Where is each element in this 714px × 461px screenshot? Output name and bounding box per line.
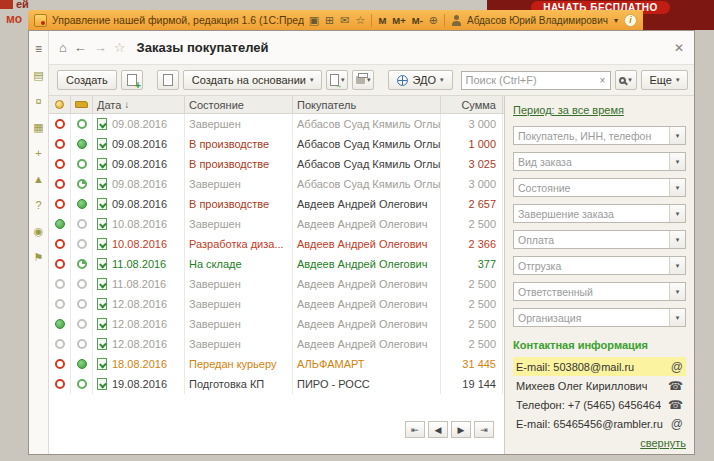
create-button[interactable]: Создать <box>57 70 117 90</box>
filter-input[interactable] <box>514 257 669 274</box>
previous-page-button[interactable]: ◀ <box>428 421 448 438</box>
order-row[interactable]: 09.08.2016 Завершен Аббасов Суад Кямиль … <box>49 174 504 194</box>
desktop-section-icon[interactable]: ▤ <box>33 70 43 81</box>
contact-row[interactable]: E-mail: 65465456@rambler.ru @ <box>513 414 686 433</box>
favorites-icon[interactable]: ☆ <box>356 15 366 26</box>
chevron-down-icon[interactable]: ▾ <box>669 283 685 300</box>
state-column-header[interactable]: Состояние <box>185 96 293 113</box>
background-text-fragment: мо <box>6 12 22 26</box>
chevron-down-icon[interactable]: ▾ <box>669 205 685 222</box>
close-icon[interactable]: ✕ <box>674 41 684 55</box>
sum-column-header[interactable]: Сумма <box>441 96 503 113</box>
chevron-down-icon[interactable]: ▾ <box>669 179 685 196</box>
filter-input[interactable] <box>514 283 669 300</box>
home-icon[interactable]: ⌂ <box>59 41 67 54</box>
order-row[interactable]: 19.08.2016 Подготовка КП ПИРО - РОСС 19 … <box>49 374 504 394</box>
order-row[interactable]: 09.08.2016 В производстве Аббасов Суад К… <box>49 134 504 154</box>
chevron-down-icon[interactable]: ▾ <box>669 231 685 248</box>
at-icon: @ <box>671 417 683 431</box>
save-icon[interactable]: ▣ <box>309 15 319 26</box>
posted-document-icon <box>97 118 107 130</box>
app-icon[interactable] <box>34 14 47 27</box>
scale-button[interactable]: M- <box>412 15 423 26</box>
phone-icon: ☎ <box>668 398 683 412</box>
money-section-icon[interactable]: ¤ <box>35 96 41 107</box>
globe-icon <box>397 75 408 86</box>
info-icon[interactable]: i <box>624 14 637 27</box>
scale-button[interactable]: M+ <box>392 15 405 26</box>
filter-field: ▾ <box>513 230 686 249</box>
filter-input[interactable] <box>514 179 669 196</box>
order-row[interactable]: 12.08.2016 Завершен Авдеев Андрей Олегов… <box>49 314 504 334</box>
help-section-icon[interactable]: ? <box>35 200 41 211</box>
shipment-status-icon <box>77 239 87 249</box>
report-button[interactable]: ▾ <box>326 70 348 90</box>
last-page-button[interactable]: ⇥ <box>474 421 494 438</box>
create-based-on-button[interactable]: Создать на основании ▾ <box>183 70 323 90</box>
clear-search-icon[interactable]: × <box>596 75 610 86</box>
service-section-icon[interactable]: + <box>35 148 41 159</box>
search-options-button[interactable]: ▾ <box>615 70 637 90</box>
sales-section-icon[interactable]: ▦ <box>33 122 43 133</box>
chevron-down-icon[interactable]: ▾ <box>669 257 685 274</box>
analytics-section-icon[interactable]: ▲ <box>33 174 44 185</box>
collapse-link[interactable]: свернуть <box>640 437 686 449</box>
mail-icon[interactable]: ✉ <box>340 15 349 26</box>
payment-column-header[interactable] <box>49 96 71 113</box>
tasks-section-icon[interactable]: ⚑ <box>34 252 44 263</box>
filter-input[interactable] <box>514 153 669 170</box>
scale-button[interactable]: M <box>378 15 386 26</box>
favorite-star-icon[interactable]: ☆ <box>114 41 126 54</box>
filter-input[interactable] <box>514 205 669 222</box>
first-page-button[interactable]: ⇤ <box>405 421 425 438</box>
copy-document-button[interactable] <box>121 70 143 90</box>
order-row[interactable]: 11.08.2016 Завершен Авдеев Андрей Олегов… <box>49 274 504 294</box>
customer-column-header[interactable]: Покупатель <box>293 96 441 113</box>
order-customer: Авдеев Андрей Олегович <box>293 274 441 294</box>
edo-button[interactable]: ЭДО ▾ <box>388 70 452 90</box>
shipment-status-icon <box>77 119 87 129</box>
open-window-icon[interactable]: ⊞ <box>325 15 334 26</box>
contact-text: Михеев Олег Кириллович <box>516 380 647 392</box>
order-sum: 3 025 <box>441 154 503 174</box>
order-row[interactable]: 10.08.2016 Разработка диза... Авдеев Анд… <box>49 234 504 254</box>
period-link[interactable]: Период: за все время <box>513 104 624 116</box>
shipment-status-icon <box>77 219 87 229</box>
filter-field: ▾ <box>513 256 686 275</box>
contact-row[interactable]: Михеев Олег Кириллович ☎ <box>513 376 686 395</box>
order-row[interactable]: 09.08.2016 В производстве Авдеев Андрей … <box>49 194 504 214</box>
chevron-down-icon[interactable]: ▾ <box>669 127 685 144</box>
toolbar: Создать Создать на основании ▾ ▾ ▾ <box>49 65 694 96</box>
current-user[interactable]: Абдасов Юрий Владимирович <box>467 15 608 26</box>
order-row[interactable]: 09.08.2016 В производстве Аббасов Суад К… <box>49 154 504 174</box>
order-row[interactable]: 11.08.2016 На складе Авдеев Андрей Олего… <box>49 254 504 274</box>
contact-row[interactable]: Телефон: +7 (5465) 6456464 ☎ <box>513 395 686 414</box>
date-column-header[interactable]: Дата ↓ <box>93 96 185 113</box>
back-icon[interactable]: ← <box>74 41 87 54</box>
filter-input[interactable] <box>514 231 669 248</box>
list-settings-button[interactable] <box>157 70 179 90</box>
print-button[interactable]: ▾ <box>352 70 374 90</box>
filter-input[interactable] <box>514 309 669 326</box>
page-title: Заказы покупателей <box>137 40 269 55</box>
chevron-down-icon[interactable]: ▾ <box>614 16 618 25</box>
order-date: 10.08.2016 <box>93 214 185 234</box>
order-row[interactable]: 12.08.2016 Завершен Авдеев Андрей Олегов… <box>49 334 504 354</box>
shipment-column-header[interactable] <box>71 96 93 113</box>
chevron-down-icon[interactable]: ▾ <box>669 153 685 170</box>
order-row[interactable]: 09.08.2016 Завершен Аббасов Суад Кямиль … <box>49 114 504 134</box>
next-page-button[interactable]: ▶ <box>451 421 471 438</box>
order-row[interactable]: 18.08.2016 Передан курьеру АЛЬФАМАРТ 31 … <box>49 354 504 374</box>
order-row[interactable]: 10.08.2016 Завершен Авдеев Андрей Олегов… <box>49 214 504 234</box>
contact-row[interactable]: E-mail: 503808@mail.ru @ <box>513 357 686 376</box>
zoom-icon[interactable]: ⊕ <box>429 15 438 26</box>
main-menu-icon[interactable]: ≡ <box>35 43 42 55</box>
more-button[interactable]: Еще ▾ <box>641 70 689 90</box>
chevron-down-icon[interactable]: ▾ <box>669 309 685 326</box>
forward-icon[interactable]: → <box>94 41 107 54</box>
search-input[interactable] <box>462 74 596 86</box>
order-customer: Аббасов Суад Кямиль Оглы <box>293 114 441 134</box>
order-row[interactable]: 12.08.2016 Завершен Авдеев Андрей Олегов… <box>49 294 504 314</box>
company-section-icon[interactable]: ◉ <box>34 226 44 237</box>
filter-input[interactable] <box>514 127 669 144</box>
